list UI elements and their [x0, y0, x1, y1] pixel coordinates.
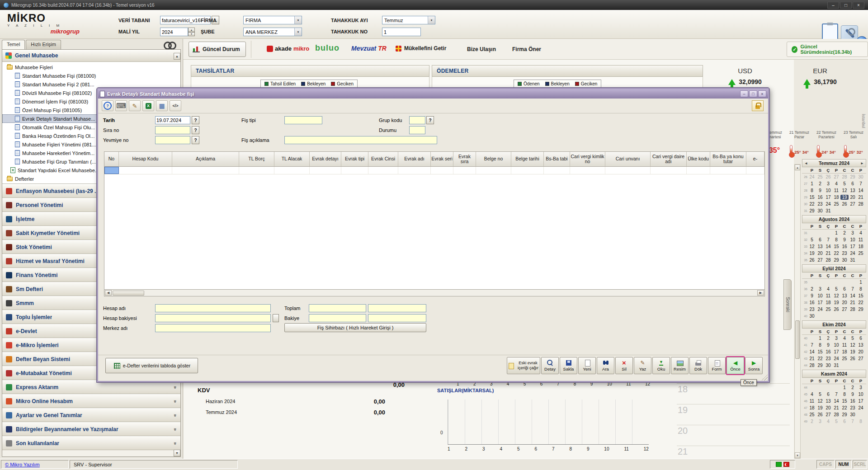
- calendar-day[interactable]: 10: [816, 293, 824, 298]
- calendar-day[interactable]: 12: [849, 343, 857, 348]
- calendar-day[interactable]: 27: [840, 307, 849, 312]
- calendar-day[interactable]: 6: [840, 287, 849, 291]
- calendar-day[interactable]: 15: [808, 195, 816, 200]
- calendar-day[interactable]: 21: [824, 251, 832, 256]
- grid-cell[interactable]: [453, 167, 476, 174]
- mali-yil-input[interactable]: [160, 28, 188, 36]
- grid-cell[interactable]: [544, 167, 570, 174]
- calendar-day[interactable]: 11: [808, 399, 816, 404]
- grid-cell[interactable]: [239, 167, 274, 174]
- calendar-day[interactable]: 26: [840, 202, 849, 207]
- help-icon[interactable]: [102, 100, 113, 111]
- sidebar-item-son-kullanılanlar[interactable]: Son kullanılanlar: [2, 436, 180, 450]
- calendar-day[interactable]: 14: [832, 399, 840, 404]
- grid-cell[interactable]: [274, 167, 310, 174]
- dialog-titlebar[interactable]: Evrak Detaylı Standart Muhasebe fişi: [98, 89, 768, 99]
- calendar-day[interactable]: 28: [857, 202, 865, 207]
- tab-hizli-erisim[interactable]: Hızlı Erişim: [26, 40, 61, 49]
- tahakkuk-ayi-select[interactable]: Temmuz: [382, 16, 435, 24]
- calendar-day[interactable]: 14: [857, 188, 865, 193]
- calendar-day[interactable]: 28: [832, 412, 840, 417]
- hesap-adi-input[interactable]: [155, 304, 271, 312]
- grid-cell[interactable]: [310, 167, 341, 174]
- tree-root-muhasebe-fişleri[interactable]: Muhasebe Fişleri: [2, 63, 180, 71]
- grid-cell[interactable]: [605, 167, 651, 174]
- sube-select[interactable]: ANA MERKEZ: [243, 28, 302, 36]
- calendar-day[interactable]: 12: [808, 244, 816, 249]
- chevron-down-icon[interactable]: [173, 414, 178, 416]
- calendar-day[interactable]: 14: [824, 244, 832, 249]
- chevron-down-icon[interactable]: [173, 428, 178, 430]
- calendar-day[interactable]: 5: [808, 237, 816, 242]
- calendar-day[interactable]: 1: [832, 230, 840, 235]
- calendar-day[interactable]: 28: [840, 174, 849, 179]
- chevron-down-icon[interactable]: [173, 385, 178, 388]
- calendar-day[interactable]: 24: [824, 202, 832, 207]
- calendar-day[interactable]: 25: [816, 174, 824, 179]
- grid-cell[interactable]: [511, 167, 544, 174]
- calendar-day[interactable]: 13: [824, 399, 832, 404]
- calendar-day[interactable]: 27: [857, 356, 865, 361]
- calendar-day[interactable]: 25: [857, 251, 865, 256]
- calendar-day[interactable]: 19: [840, 195, 849, 200]
- calendar-day[interactable]: 24: [849, 251, 857, 256]
- fis-sihirbazi-button[interactable]: Fiş Sihirbazı ( Hızlı Hareket Girişi ): [284, 323, 426, 332]
- sil-button[interactable]: Sil: [615, 357, 633, 374]
- calendar-day[interactable]: 2: [816, 181, 824, 186]
- calendar-day[interactable]: 29: [849, 174, 857, 179]
- calendar-day[interactable]: 4: [857, 230, 865, 235]
- calendar-day[interactable]: 29: [840, 412, 849, 417]
- grid-cell[interactable]: [431, 167, 453, 174]
- calendar-day[interactable]: 16: [816, 195, 824, 200]
- tree-item-standart-muhasebe-fişi-081000[interactable]: Standart Muhasebe Fişi (081000): [2, 71, 180, 80]
- calendar-day[interactable]: 4: [808, 392, 816, 397]
- calendar-day[interactable]: 5: [849, 336, 857, 341]
- calendar-day[interactable]: 16: [840, 244, 849, 249]
- calendar-day[interactable]: 4: [824, 287, 832, 291]
- calendar-day[interactable]: 5: [840, 181, 849, 186]
- calendar-day[interactable]: 28: [808, 363, 816, 368]
- tab-temel[interactable]: Temel: [2, 40, 25, 49]
- calendar-day[interactable]: 14: [808, 349, 816, 354]
- firma-oner-button[interactable]: Firma Öner: [512, 46, 541, 52]
- chevron-down-icon[interactable]: [173, 400, 178, 402]
- mukellefini-getir-button[interactable]: Mükellefini Getir: [396, 45, 446, 52]
- grid-cell[interactable]: [341, 167, 368, 174]
- fis-tipi-input[interactable]: [284, 116, 322, 124]
- calendar-day[interactable]: 22: [840, 405, 849, 410]
- grid-cell[interactable]: [687, 167, 710, 174]
- calendar-day[interactable]: 2: [808, 287, 816, 291]
- calendar-day[interactable]: 22: [857, 300, 865, 305]
- table-icon[interactable]: [156, 100, 168, 111]
- eski-evrak-içeriği-çağır-button[interactable]: Eski evrak içeriği çağır: [507, 357, 540, 374]
- scroll-left-icon[interactable]: [105, 290, 112, 296]
- mevzuattr-logo[interactable]: MevzuatTR: [351, 45, 387, 52]
- calendar-day[interactable]: 30: [849, 412, 857, 417]
- dök-button[interactable]: Dök: [689, 357, 707, 374]
- calendar-day[interactable]: 10: [857, 392, 865, 397]
- tarih-helper-button[interactable]: [192, 116, 199, 124]
- calendar-day[interactable]: 13: [840, 293, 849, 298]
- edit-icon[interactable]: [129, 100, 141, 111]
- calendar-day[interactable]: 12: [816, 399, 824, 404]
- calendar-day[interactable]: 6: [840, 419, 849, 424]
- ara-button[interactable]: Ara: [597, 357, 614, 374]
- main-scrollbar[interactable]: [794, 164, 801, 459]
- calendar-day[interactable]: 27: [832, 174, 840, 179]
- code-icon[interactable]: [170, 100, 181, 111]
- calendar-day[interactable]: 26: [816, 412, 824, 417]
- calendar-day[interactable]: 3: [816, 287, 824, 291]
- calendar-day[interactable]: 27: [849, 202, 857, 207]
- calendar-day[interactable]: 13: [816, 244, 824, 249]
- scroll-up-icon[interactable]: [174, 53, 180, 60]
- calendar-day[interactable]: 29: [832, 258, 840, 263]
- toplam-input-2[interactable]: [368, 304, 426, 312]
- yaz-button[interactable]: Yaz: [634, 357, 651, 374]
- bakiye-input[interactable]: [309, 314, 366, 322]
- calendar-day[interactable]: 26: [808, 258, 816, 263]
- calendar-day[interactable]: 26: [824, 174, 832, 179]
- calendar-day[interactable]: 7: [824, 237, 832, 242]
- maximize-button[interactable]: [840, 2, 852, 9]
- grid-cell[interactable]: [398, 167, 431, 174]
- scrollbar-thumb[interactable]: [113, 291, 144, 296]
